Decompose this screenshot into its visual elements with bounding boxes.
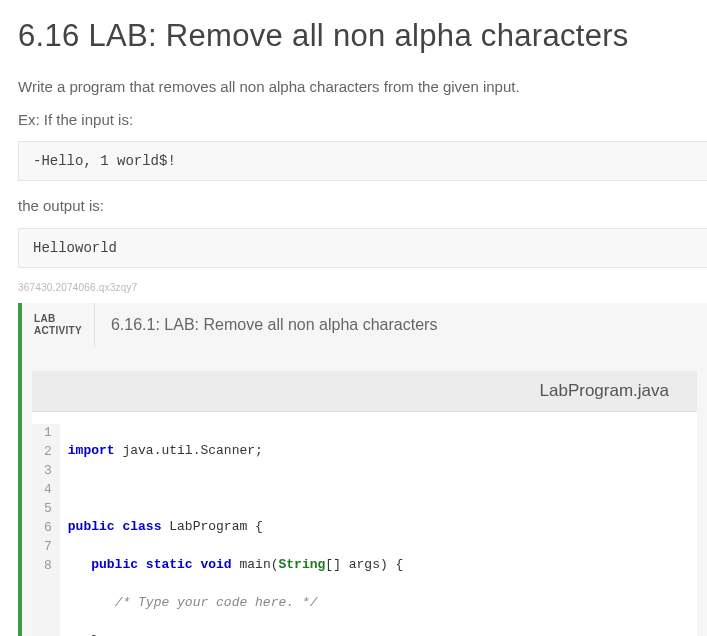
line-number: 2 xyxy=(44,443,52,462)
indent xyxy=(68,595,115,610)
line-number: 4 xyxy=(44,481,52,500)
lab-label-line2: ACTIVITY xyxy=(34,325,82,337)
keyword: public xyxy=(91,557,138,572)
code-text: java.util.Scanner; xyxy=(115,443,263,458)
code-line[interactable] xyxy=(68,480,404,499)
output-example-box: Helloworld xyxy=(18,228,707,268)
code-text: abProgram { xyxy=(177,519,263,534)
code-text: L xyxy=(161,519,177,534)
comment: /* Type your code here. */ xyxy=(115,595,318,610)
line-number: 1 xyxy=(44,424,52,443)
lab-activity-title: 6.16.1: LAB: Remove all non alpha charac… xyxy=(95,316,437,334)
type-name: String xyxy=(279,557,326,572)
content-hash: 367430.2074066.qx3zqy7 xyxy=(18,282,707,293)
line-number-gutter: 1 2 3 4 5 6 7 8 xyxy=(32,424,60,637)
code-line[interactable]: public class L LabProgram {abProgram { xyxy=(68,518,404,537)
line-number: 8 xyxy=(44,557,52,576)
code-content[interactable]: import java.util.Scanner; public class L… xyxy=(60,424,404,637)
line-number: 6 xyxy=(44,519,52,538)
example-intro: Ex: If the input is: xyxy=(18,109,707,132)
input-example-box: -Hello, 1 world$! xyxy=(18,141,707,181)
code-line[interactable]: } xyxy=(68,632,404,636)
keyword: import xyxy=(68,443,115,458)
code-area[interactable]: 1 2 3 4 5 6 7 8 import java.util.Scanner… xyxy=(32,412,697,637)
problem-description: Write a program that removes all non alp… xyxy=(18,76,707,99)
keyword: public xyxy=(68,519,115,534)
method-name: main( xyxy=(240,557,279,572)
space xyxy=(232,557,240,572)
lab-header: LAB ACTIVITY 6.16.1: LAB: Remove all non… xyxy=(22,303,707,347)
code-text: [] args) { xyxy=(325,557,403,572)
page-title: 6.16 LAB: Remove all non alpha character… xyxy=(18,18,707,54)
lab-activity-label: LAB ACTIVITY xyxy=(22,303,95,347)
line-number: 5 xyxy=(44,500,52,519)
code-line[interactable]: public static void main(String[] args) { xyxy=(68,556,404,575)
filename-tab[interactable]: LabProgram.java xyxy=(32,371,697,412)
code-text: } xyxy=(68,633,99,636)
keyword: static xyxy=(146,557,193,572)
code-line[interactable]: /* Type your code here. */ xyxy=(68,594,404,613)
code-editor: LabProgram.java 1 2 3 4 5 6 7 8 import j… xyxy=(32,371,697,637)
line-number: 7 xyxy=(44,538,52,557)
indent xyxy=(68,557,91,572)
space xyxy=(138,557,146,572)
code-line[interactable]: import java.util.Scanner; xyxy=(68,442,404,461)
keyword: class xyxy=(122,519,161,534)
output-intro: the output is: xyxy=(18,195,707,218)
keyword: void xyxy=(200,557,231,572)
lab-label-line1: LAB xyxy=(34,313,82,325)
line-number: 3 xyxy=(44,462,52,481)
lab-activity-block: LAB ACTIVITY 6.16.1: LAB: Remove all non… xyxy=(18,303,707,637)
